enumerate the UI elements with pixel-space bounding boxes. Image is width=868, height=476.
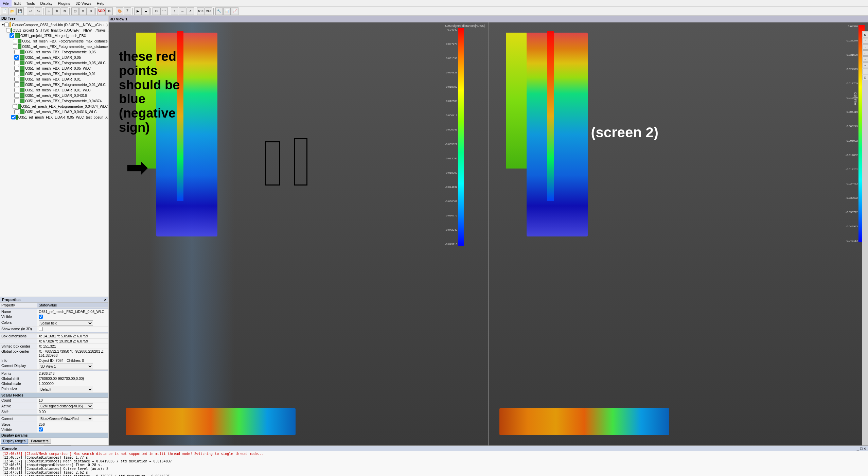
tree-check-5[interactable] bbox=[14, 50, 19, 54]
menu-3dviews[interactable]: 3D Views bbox=[73, 0, 94, 7]
toolbar-undo[interactable]: ↩ bbox=[27, 7, 34, 15]
toolbar-segment[interactable]: ✂ bbox=[153, 7, 160, 15]
tree-item-10[interactable]: O351_ref_mesh_FBX_LiDAR_0,01 bbox=[1, 76, 108, 82]
right-btn-4[interactable]: ← bbox=[863, 50, 868, 56]
menu-display[interactable]: Display bbox=[37, 0, 55, 7]
right-btn-3[interactable]: ↓ bbox=[863, 44, 868, 50]
tree-item-0[interactable]: ▼CloudeCompare_O351_final.bin (D:/UIEP/_… bbox=[1, 22, 108, 28]
tree-item-12[interactable]: O351_ref_mesh_FBX_LiDAR_0,01_WLC bbox=[1, 87, 108, 93]
toolbar-trace[interactable]: 〰 bbox=[160, 7, 168, 15]
right-btn-2[interactable]: ↑ bbox=[863, 38, 868, 43]
tree-check-2[interactable] bbox=[10, 33, 14, 38]
tree-check-3[interactable] bbox=[13, 39, 17, 43]
tree-item-5[interactable]: O351_ref_mesh_FBX_Fotogrammetrie_0,05 bbox=[1, 49, 108, 55]
tree-check-11[interactable] bbox=[14, 82, 19, 87]
tree-item-2[interactable]: O351_projekt_JTSK_Merged_mesh_FBX bbox=[1, 33, 108, 38]
tree-item-4[interactable]: O351_ref_mesh_FBX_Fotogrammetrie_max_dis… bbox=[1, 44, 108, 49]
tree-check-12[interactable] bbox=[14, 88, 19, 92]
tree-item-7[interactable]: O351_ref_mesh_FBX_Fotogrammetrie_0,05_WL… bbox=[1, 60, 108, 66]
tab-display-ranges[interactable]: Display ranges bbox=[1, 439, 28, 444]
prop-checkbox-4[interactable] bbox=[39, 327, 43, 331]
prop-select-11[interactable]: 3D View 1 bbox=[39, 364, 93, 369]
prop-select-16[interactable]: Default bbox=[39, 387, 93, 392]
menu-plugins[interactable]: Plugins bbox=[55, 0, 73, 7]
prop-checkbox-2[interactable] bbox=[39, 315, 43, 319]
properties-close[interactable]: × bbox=[104, 298, 106, 302]
prop-active-select[interactable]: C2M signed distance[<0.05] bbox=[39, 403, 93, 409]
toolbar-view-side[interactable]: ↗ bbox=[187, 7, 194, 15]
toolbar-extra1[interactable]: 🔧 bbox=[215, 7, 223, 15]
tree-check-6[interactable] bbox=[14, 55, 19, 60]
tree-check-4[interactable] bbox=[13, 44, 17, 49]
toolbar-open[interactable]: 📂 bbox=[8, 7, 16, 15]
toolbar-mls[interactable]: MLS bbox=[205, 7, 212, 15]
toolbar-scalar[interactable]: Σ bbox=[124, 7, 131, 15]
tree-check-9[interactable] bbox=[14, 71, 19, 76]
right-btn-6[interactable]: + bbox=[863, 63, 868, 68]
prop-current-select[interactable]: Blue>Green>Yellow>Red bbox=[39, 416, 93, 421]
tree-check-1[interactable] bbox=[6, 28, 11, 33]
right-btn-5[interactable]: → bbox=[863, 56, 868, 62]
tree-item-1[interactable]: O351_projekt_S_JTSK_final.fbx (D:/UIEP/_… bbox=[1, 28, 108, 33]
tree-item-8[interactable]: O351_ref_mesh_FBX_LiDAR_0,05_WLC bbox=[1, 66, 108, 71]
toolbar-rotate[interactable]: ↻ bbox=[61, 7, 68, 15]
tree-check-7[interactable] bbox=[14, 60, 19, 65]
tree-check-0[interactable] bbox=[4, 22, 9, 27]
tree-check-14[interactable] bbox=[14, 99, 19, 103]
right-btn-8[interactable]: ⊡ bbox=[863, 75, 868, 80]
toolbar-redo[interactable]: ↪ bbox=[35, 7, 42, 15]
tree-check-17[interactable] bbox=[11, 115, 16, 120]
menu-help[interactable]: Help bbox=[94, 0, 107, 7]
viewport-right[interactable]: (screen 2) 0.04340 0.037270 0.031599 0.0… bbox=[489, 22, 868, 445]
tree-icon-2 bbox=[15, 33, 20, 38]
tree-check-15[interactable] bbox=[13, 104, 17, 109]
tree-item-17[interactable]: O351_ref_mesh_FBX_LiDAR_0,05_WLC_test_po… bbox=[1, 114, 108, 120]
tree-item-14[interactable]: O351_ref_mesh_FBX_Fotogrammetrie_0,04374 bbox=[1, 98, 108, 104]
console-maximize[interactable]: □ bbox=[860, 446, 863, 451]
toolbar-color[interactable]: 🎨 bbox=[116, 7, 123, 15]
menu-file[interactable]: File bbox=[0, 0, 12, 7]
toolbar-translate[interactable]: ✥ bbox=[53, 7, 60, 15]
viewport[interactable]: 3D View 1 these redpointsshould beblue(n… bbox=[109, 16, 868, 445]
toolbar-mesh[interactable]: ⚙ bbox=[105, 7, 113, 15]
tree-check-16[interactable] bbox=[14, 109, 19, 114]
right-btn-1[interactable]: N bbox=[863, 32, 868, 37]
tree-label-0: CloudeCompare_O351_final.bin (D:/UIEP/__… bbox=[12, 23, 108, 27]
console-msg-0: [12:46:35] [Cloud/Mesh comparison] Max s… bbox=[2, 452, 866, 456]
prop-visible-check[interactable] bbox=[39, 427, 43, 431]
db-tree[interactable]: ▼CloudeCompare_O351_final.bin (D:/UIEP/_… bbox=[0, 21, 108, 297]
tree-item-16[interactable]: O351_ref_mesh_FBX_LiDAR_0,04316_WLC bbox=[1, 109, 108, 114]
tab-parameters[interactable]: Parameters bbox=[29, 439, 51, 444]
toolbar-points[interactable]: SOR bbox=[98, 7, 105, 15]
menu-edit[interactable]: Edit bbox=[12, 0, 23, 7]
viewport-left[interactable]: these redpointsshould beblue(negativesig… bbox=[109, 22, 488, 445]
toolbar-extra3[interactable]: 📈 bbox=[231, 7, 238, 15]
toolbar-save[interactable]: 💾 bbox=[16, 7, 24, 15]
toolbar-cloud[interactable]: ☁ bbox=[142, 7, 149, 15]
toolbar-compute[interactable]: ▶ bbox=[134, 7, 142, 15]
tree-item-3[interactable]: O351_ref_mesh_FBX_Fotogrammetrie_max_dis… bbox=[1, 38, 108, 44]
tree-check-8[interactable] bbox=[14, 66, 19, 71]
toolbar-select[interactable]: ⊹ bbox=[45, 7, 53, 15]
console-minimize[interactable]: _ bbox=[857, 446, 859, 451]
toolbar-view-top[interactable]: ↑ bbox=[171, 7, 178, 15]
toolbar-zoom-out[interactable]: ⊖ bbox=[87, 7, 94, 15]
menu-tools[interactable]: Tools bbox=[23, 0, 38, 7]
toolbar-nyc[interactable]: N↑C bbox=[197, 7, 205, 15]
tree-item-15[interactable]: O351_ref_mesh_FBX_Fotogrammetrie_0,04374… bbox=[1, 104, 108, 109]
toolbar-zoom-in[interactable]: ⊕ bbox=[79, 7, 87, 15]
tree-check-13[interactable] bbox=[14, 93, 19, 98]
tree-item-11[interactable]: O351_ref_mesh_FBX_Fotogrammetrie_0,01_WL… bbox=[1, 82, 108, 87]
toolbar-extra2[interactable]: 📊 bbox=[223, 7, 231, 15]
tree-item-13[interactable]: O351_ref_mesh_FBX_LiDAR_0,04316 bbox=[1, 93, 108, 98]
toolbar-view-front[interactable]: → bbox=[179, 7, 186, 15]
display-params-header: Display params bbox=[0, 433, 108, 438]
right-btn-7[interactable]: - bbox=[863, 69, 868, 74]
toolbar-zoom-fit[interactable]: ⊡ bbox=[71, 7, 79, 15]
tree-check-10[interactable] bbox=[14, 77, 19, 82]
console-close[interactable]: × bbox=[864, 446, 866, 451]
tree-item-6[interactable]: O351_ref_mesh_FBX_LiDAR_0,05 bbox=[1, 55, 108, 60]
tree-item-9[interactable]: O351_ref_mesh_FBX_Fotogrammetrie_0,01 bbox=[1, 71, 108, 76]
prop-select-3[interactable]: Scalar field bbox=[39, 320, 93, 326]
toolbar-new[interactable]: 📄 bbox=[1, 7, 8, 15]
